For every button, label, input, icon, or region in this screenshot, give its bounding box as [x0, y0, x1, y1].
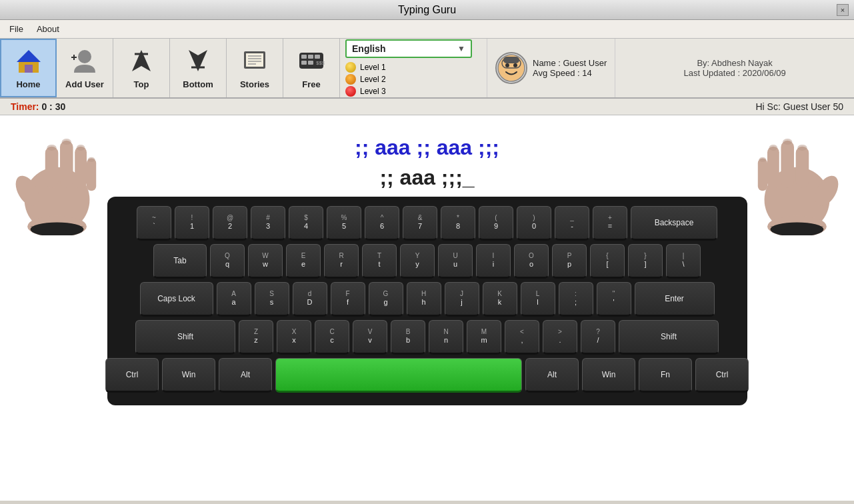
key-4[interactable]: $4	[289, 206, 323, 241]
bottom-label: Bottom	[183, 79, 213, 89]
key-s[interactable]: Ss	[255, 282, 289, 317]
key-enter[interactable]: Enter	[635, 282, 715, 317]
attribution-date: Last Updated : 2020/06/09	[684, 68, 786, 78]
key-fn[interactable]: Fn	[639, 358, 692, 393]
toolbar-btn-bottom[interactable]: Bottom	[170, 39, 227, 97]
key-ctrl-right[interactable]: Ctrl	[695, 358, 749, 393]
stories-icon	[241, 47, 268, 74]
key-3[interactable]: #3	[251, 206, 285, 241]
timer-label: Timer:	[11, 101, 39, 112]
key-ctrl-left[interactable]: Ctrl	[105, 358, 159, 393]
menu-file[interactable]: File	[3, 22, 30, 36]
toolbar-btn-free[interactable]: $$$ Free	[283, 39, 340, 97]
key-space[interactable]	[275, 358, 522, 393]
key-6[interactable]: ^6	[365, 206, 399, 241]
add-user-label: Add User	[65, 79, 104, 89]
key-alt-left[interactable]: Alt	[219, 358, 272, 393]
key-p[interactable]: Pp	[552, 244, 587, 279]
key-g[interactable]: Gg	[369, 282, 403, 317]
level3-dot	[345, 86, 356, 97]
top-label: Top	[134, 79, 149, 89]
svg-rect-43	[781, 141, 794, 188]
key-f[interactable]: Ff	[331, 282, 365, 317]
key-shift-right[interactable]: Shift	[619, 320, 719, 355]
key-equals[interactable]: +=	[593, 206, 627, 241]
key-9[interactable]: (9	[479, 206, 513, 241]
key-o[interactable]: Oo	[514, 244, 549, 279]
key-y[interactable]: Yy	[400, 244, 435, 279]
key-lbracket[interactable]: {[	[590, 244, 625, 279]
toolbar-btn-home[interactable]: Home	[0, 39, 57, 97]
key-0[interactable]: )0	[517, 206, 551, 241]
key-x[interactable]: Xx	[277, 320, 311, 355]
key-1[interactable]: !1	[175, 206, 209, 241]
key-quote[interactable]: "'	[597, 282, 631, 317]
key-win-right[interactable]: Win	[582, 358, 635, 393]
svg-point-37	[77, 145, 85, 151]
key-v[interactable]: Vv	[353, 320, 387, 355]
key-2[interactable]: @2	[213, 206, 247, 241]
level2-row[interactable]: Level 2	[345, 74, 481, 85]
key-w[interactable]: Ww	[248, 244, 283, 279]
key-capslock[interactable]: Caps Lock	[140, 282, 213, 317]
key-backslash[interactable]: |\	[666, 244, 701, 279]
close-button[interactable]: ×	[837, 4, 849, 16]
menu-about[interactable]: About	[30, 22, 66, 36]
key-d[interactable]: dD	[293, 282, 327, 317]
key-l[interactable]: Ll	[521, 282, 555, 317]
key-period[interactable]: >.	[543, 320, 577, 355]
free-icon: $$$	[298, 47, 325, 74]
key-m[interactable]: Mm	[467, 320, 501, 355]
key-comma[interactable]: <,	[505, 320, 539, 355]
level2-dot	[345, 74, 356, 85]
key-shift-left[interactable]: Shift	[135, 320, 235, 355]
key-z[interactable]: Zz	[239, 320, 273, 355]
key-tilde[interactable]: ~`	[137, 206, 171, 241]
level1-label: Level 1	[360, 63, 386, 72]
key-win-left[interactable]: Win	[162, 358, 215, 393]
svg-rect-21	[308, 61, 313, 65]
level3-row[interactable]: Level 3	[345, 86, 481, 97]
key-7[interactable]: &7	[403, 206, 437, 241]
toolbar-btn-stories[interactable]: Stories	[227, 39, 283, 97]
left-hand-icon	[7, 129, 113, 235]
key-8[interactable]: *8	[441, 206, 475, 241]
key-k[interactable]: Kk	[483, 282, 517, 317]
key-t[interactable]: Tt	[362, 244, 397, 279]
language-dropdown[interactable]: English ▼	[345, 39, 472, 58]
key-a[interactable]: Aa	[217, 282, 251, 317]
toolbar-btn-top[interactable]: Top	[113, 39, 170, 97]
key-j[interactable]: Jj	[445, 282, 479, 317]
key-c[interactable]: Cc	[315, 320, 349, 355]
user-info-panel: Name : Guest User Avg Speed : 14	[487, 39, 615, 97]
zxcv-row: Shift Zz Xx Cc Vv Bb Nn Mm <, >. ?/ Shif…	[117, 320, 738, 355]
bottom-icon	[185, 47, 211, 74]
svg-point-48	[783, 139, 792, 145]
key-r[interactable]: Rr	[324, 244, 359, 279]
key-b[interactable]: Bb	[391, 320, 425, 355]
keyboard: ~` !1 @2 #3 $4 %5 ^6 &7 *8 (9 )0 _- += B…	[107, 197, 747, 405]
key-5[interactable]: %5	[327, 206, 361, 241]
key-h[interactable]: Hh	[407, 282, 441, 317]
toolbar-btn-add-user[interactable]: Add User	[57, 39, 113, 97]
key-rbracket[interactable]: }]	[628, 244, 663, 279]
qwerty-row: Tab Qq Ww Ee Rr Tt Yy Uu Ii Oo Pp {[ }] …	[117, 244, 738, 279]
key-e[interactable]: Ee	[286, 244, 321, 279]
key-tab[interactable]: Tab	[153, 244, 207, 279]
svg-marker-1	[17, 50, 41, 62]
key-slash[interactable]: ?/	[581, 320, 615, 355]
key-n[interactable]: Nn	[429, 320, 463, 355]
top-icon	[128, 47, 155, 74]
language-label: English	[352, 43, 386, 54]
key-minus[interactable]: _-	[555, 206, 589, 241]
key-i[interactable]: Ii	[476, 244, 511, 279]
key-u[interactable]: Uu	[438, 244, 473, 279]
key-semicolon[interactable]: :;	[559, 282, 593, 317]
timer-display: Timer: 0 : 30	[11, 101, 65, 112]
key-backspace[interactable]: Backspace	[631, 206, 717, 241]
level1-row[interactable]: Level 1	[345, 62, 481, 73]
key-q[interactable]: Qq	[210, 244, 245, 279]
svg-point-35	[47, 145, 56, 151]
key-alt-right[interactable]: Alt	[525, 358, 579, 393]
main-content: ;; aaa ;; aaa ;;; ;; aaa ;;;_ ~` !1 @2 #…	[0, 115, 854, 501]
